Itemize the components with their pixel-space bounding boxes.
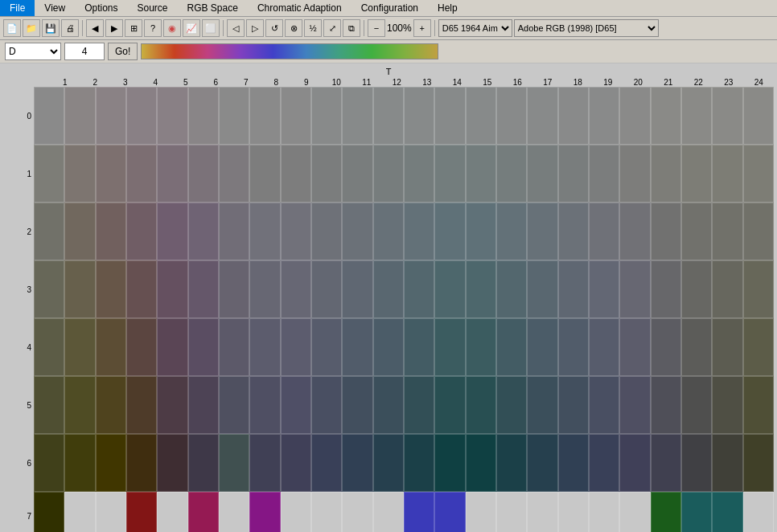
color-cell[interactable] bbox=[651, 203, 681, 260]
color-cell[interactable] bbox=[527, 203, 557, 260]
dimension-select[interactable]: D bbox=[5, 43, 61, 60]
color-cell[interactable] bbox=[558, 376, 589, 434]
color-cell[interactable] bbox=[157, 318, 187, 376]
color-cell[interactable] bbox=[712, 376, 742, 434]
color-cell[interactable] bbox=[342, 492, 372, 532]
layout-button[interactable]: ⊞ bbox=[125, 19, 142, 37]
color-cell[interactable] bbox=[404, 318, 434, 376]
color-cell[interactable] bbox=[466, 492, 496, 532]
color-cell[interactable] bbox=[311, 376, 342, 434]
color-cell[interactable] bbox=[527, 318, 557, 376]
color-cell[interactable] bbox=[219, 87, 249, 145]
color-cell[interactable] bbox=[126, 145, 157, 203]
color-cell[interactable] bbox=[681, 376, 712, 434]
color-cell[interactable] bbox=[157, 376, 187, 434]
color-cell[interactable] bbox=[126, 260, 157, 318]
color-cell[interactable] bbox=[34, 434, 64, 492]
color-cell[interactable] bbox=[496, 492, 527, 532]
color-cell[interactable] bbox=[651, 87, 681, 145]
color-cell[interactable] bbox=[281, 145, 311, 203]
menu-view[interactable]: View bbox=[35, 0, 75, 16]
color-cell[interactable] bbox=[619, 87, 650, 145]
color-cell[interactable] bbox=[589, 203, 619, 260]
color-cell[interactable] bbox=[373, 203, 404, 260]
color-cell[interactable] bbox=[466, 260, 496, 318]
color-cell[interactable] bbox=[126, 203, 157, 260]
color-cell[interactable] bbox=[743, 145, 774, 203]
color-cell[interactable] bbox=[342, 376, 372, 434]
color-cell[interactable] bbox=[589, 87, 619, 145]
color-cell[interactable] bbox=[188, 145, 219, 203]
color-cell[interactable] bbox=[219, 203, 249, 260]
color-cell[interactable] bbox=[157, 434, 187, 492]
color-cell[interactable] bbox=[34, 318, 64, 376]
filter-button[interactable]: ⊗ bbox=[285, 19, 302, 37]
save-button[interactable]: 💾 bbox=[42, 19, 60, 37]
color-cell[interactable] bbox=[219, 434, 249, 492]
color-cell[interactable] bbox=[96, 492, 126, 532]
color-cell[interactable] bbox=[619, 145, 650, 203]
color-cell[interactable] bbox=[434, 318, 465, 376]
color-cell[interactable] bbox=[64, 145, 95, 203]
color-cell[interactable] bbox=[311, 318, 342, 376]
color-cell[interactable] bbox=[64, 87, 95, 145]
color-cell[interactable] bbox=[157, 260, 187, 318]
color-cell[interactable] bbox=[126, 492, 157, 532]
color-cell[interactable] bbox=[188, 87, 219, 145]
color-cell[interactable] bbox=[249, 492, 280, 532]
color-cell[interactable] bbox=[619, 434, 650, 492]
color-cell[interactable] bbox=[558, 87, 589, 145]
color-cell[interactable] bbox=[311, 434, 342, 492]
color-cell[interactable] bbox=[249, 87, 280, 145]
color-cell[interactable] bbox=[712, 203, 742, 260]
color-cell[interactable] bbox=[311, 87, 342, 145]
color-cell[interactable] bbox=[281, 87, 311, 145]
color-cell[interactable] bbox=[342, 434, 372, 492]
illuminant-select[interactable]: D65 1964 Aim bbox=[438, 19, 512, 37]
color-cell[interactable] bbox=[96, 260, 126, 318]
menu-configuration[interactable]: Configuration bbox=[352, 0, 428, 16]
color-cell[interactable] bbox=[34, 87, 64, 145]
go-button[interactable]: Go! bbox=[108, 43, 138, 60]
color-cell[interactable] bbox=[589, 260, 619, 318]
color-cell[interactable] bbox=[619, 203, 650, 260]
color-cell[interactable] bbox=[434, 87, 465, 145]
color-cell[interactable] bbox=[219, 318, 249, 376]
color-cell[interactable] bbox=[434, 376, 465, 434]
color-cell[interactable] bbox=[34, 203, 64, 260]
color-cell[interactable] bbox=[619, 260, 650, 318]
color-cell[interactable] bbox=[589, 318, 619, 376]
next-button[interactable]: ▷ bbox=[246, 19, 264, 37]
color-cell[interactable] bbox=[126, 318, 157, 376]
color-cell[interactable] bbox=[157, 87, 187, 145]
color-cell[interactable] bbox=[712, 434, 742, 492]
value-input[interactable] bbox=[64, 43, 105, 60]
color-cell[interactable] bbox=[681, 203, 712, 260]
color-cell[interactable] bbox=[496, 87, 527, 145]
color-cell[interactable] bbox=[96, 434, 126, 492]
color-cell[interactable] bbox=[342, 318, 372, 376]
color-cell[interactable] bbox=[466, 145, 496, 203]
color-cell[interactable] bbox=[589, 376, 619, 434]
color-cell[interactable] bbox=[558, 492, 589, 532]
color-cell[interactable] bbox=[219, 145, 249, 203]
color-cell[interactable] bbox=[558, 318, 589, 376]
help-button[interactable]: ? bbox=[144, 19, 162, 37]
color-cell[interactable] bbox=[712, 318, 742, 376]
color-cell[interactable] bbox=[342, 87, 372, 145]
color-cell[interactable] bbox=[527, 376, 557, 434]
prev-button[interactable]: ◁ bbox=[227, 19, 245, 37]
color-cell[interactable] bbox=[311, 260, 342, 318]
color-cell[interactable] bbox=[281, 260, 311, 318]
menu-options[interactable]: Options bbox=[75, 0, 127, 16]
color-cell[interactable] bbox=[496, 260, 527, 318]
color-cell[interactable] bbox=[373, 145, 404, 203]
color-cell[interactable] bbox=[249, 376, 280, 434]
color-cell[interactable] bbox=[157, 203, 187, 260]
color-cell[interactable] bbox=[64, 260, 95, 318]
color-cell[interactable] bbox=[188, 260, 219, 318]
color-cell[interactable] bbox=[651, 434, 681, 492]
color-cell[interactable] bbox=[342, 203, 372, 260]
color-cell[interactable] bbox=[527, 434, 557, 492]
color-cell[interactable] bbox=[96, 203, 126, 260]
